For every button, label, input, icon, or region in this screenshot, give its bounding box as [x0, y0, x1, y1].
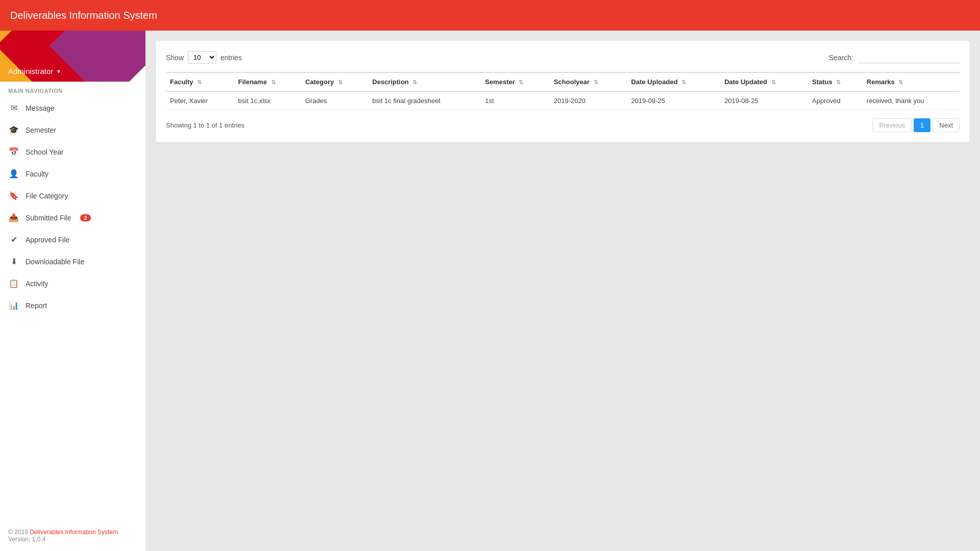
sort-icon: ⇅ — [594, 79, 598, 85]
body-area: Administrator ▾ MAIN NAVIGATION ✉ Messag… — [0, 31, 980, 551]
sort-icon: ⇅ — [836, 79, 841, 85]
col-semester[interactable]: Semester ⇅ — [481, 72, 550, 91]
show-entries-right: Search: — [829, 52, 960, 63]
app-name-link[interactable]: Deliverables Information System — [30, 529, 118, 536]
sidebar-item-downloadable-file[interactable]: ⬇ Downloadable File — [0, 251, 145, 272]
col-date-uploaded[interactable]: Date Uploaded ⇅ — [627, 72, 721, 91]
sidebar-item-label: Report — [26, 302, 47, 310]
sidebar-footer: © 2019 Deliverables Information System. … — [0, 520, 145, 551]
sort-icon: ⇅ — [898, 79, 903, 85]
app-title: Deliverables Information System — [10, 10, 157, 21]
check-icon: ✔ — [8, 235, 19, 244]
calendar-icon: 📅 — [8, 147, 19, 157]
sidebar-item-label: Activity — [26, 280, 48, 288]
entries-select[interactable]: 10 25 50 100 — [188, 51, 216, 64]
cell-status: Approved — [808, 91, 863, 110]
sort-icon: ⇅ — [412, 79, 417, 85]
cell-semester: 1st — [481, 91, 550, 110]
version-number: 1.0.4 — [32, 536, 46, 543]
entries-label: entries — [220, 54, 242, 62]
sidebar-item-activity[interactable]: 📋 Activity — [0, 272, 145, 294]
bookmark-icon: 🔖 — [8, 191, 19, 201]
previous-button[interactable]: Previous — [872, 118, 912, 132]
col-date-updated[interactable]: Date Updated ⇅ — [720, 72, 808, 91]
chart-icon: 📊 — [8, 300, 19, 310]
col-faculty[interactable]: Faculty ⇅ — [166, 72, 234, 91]
sort-icon: ⇅ — [197, 79, 202, 85]
col-status[interactable]: Status ⇅ — [808, 72, 863, 91]
cell-filename: bsit 1c.xlsx — [234, 91, 301, 110]
content-card: Show 10 25 50 100 entries Search: — [156, 41, 970, 142]
show-entries-left: Show 10 25 50 100 entries — [166, 51, 242, 64]
pagination-controls: Previous 1 Next — [872, 118, 960, 132]
search-label: Search: — [829, 54, 853, 62]
sidebar-item-semester[interactable]: 🎓 Semester — [0, 119, 145, 141]
clipboard-icon: 📋 — [8, 279, 19, 288]
cell-category: Grades — [301, 91, 368, 110]
sidebar-user-header: Administrator ▾ — [0, 31, 145, 82]
search-input[interactable] — [857, 52, 960, 63]
sort-icon: ⇅ — [681, 79, 686, 85]
period: . — [118, 529, 119, 536]
page-1-button[interactable]: 1 — [914, 118, 930, 132]
next-button[interactable]: Next — [933, 118, 960, 132]
upload-icon: 📤 — [8, 213, 19, 222]
sidebar-item-label: File Category — [26, 192, 68, 200]
user-name: Administrator — [8, 67, 53, 76]
sidebar: Administrator ▾ MAIN NAVIGATION ✉ Messag… — [0, 31, 145, 551]
table-head: Faculty ⇅ Filename ⇅ Category ⇅ Descri — [166, 72, 960, 91]
table-row: Peter, Xavierbsit 1c.xlsxGradesbsit 1c f… — [166, 91, 960, 110]
sidebar-item-label: Downloadable File — [26, 258, 84, 266]
top-header: Deliverables Information System — [0, 0, 980, 31]
person-icon: 👤 — [8, 169, 19, 179]
copyright-text: © 2019 — [8, 529, 30, 536]
cell-description: bsit 1c final gradesheet — [368, 91, 481, 110]
sidebar-item-label: Semester — [26, 126, 56, 134]
sidebar-item-label: Submitted File — [26, 214, 71, 222]
sidebar-item-label: School Year — [26, 148, 64, 156]
cell-remarks: received, thank you — [863, 91, 960, 110]
col-description[interactable]: Description ⇅ — [368, 72, 481, 91]
sidebar-item-label: Message — [26, 104, 55, 112]
chevron-down-icon: ▾ — [57, 68, 60, 75]
sort-icon: ⇅ — [519, 79, 523, 85]
sidebar-item-approved-file[interactable]: ✔ Approved File — [0, 229, 145, 251]
sort-icon: ⇅ — [338, 79, 342, 85]
sort-icon: ⇅ — [271, 79, 276, 85]
sort-icon: ⇅ — [771, 79, 776, 85]
show-label: Show — [166, 54, 184, 62]
download-icon: ⬇ — [8, 257, 19, 266]
sidebar-item-submitted-file[interactable]: 📤 Submitted File 2 — [0, 207, 145, 229]
version-label: Version: — [8, 536, 32, 543]
col-schoolyear[interactable]: Schoolyear ⇅ — [550, 72, 627, 91]
col-category[interactable]: Category ⇅ — [301, 72, 368, 91]
cell-date_updated: 2019-08-25 — [720, 91, 808, 110]
table-body: Peter, Xavierbsit 1c.xlsxGradesbsit 1c f… — [166, 91, 960, 110]
graduation-icon: 🎓 — [8, 125, 19, 135]
submitted-file-badge: 2 — [80, 214, 90, 221]
cell-schoolyear: 2019-2020 — [550, 91, 627, 110]
pagination-bar: Showing 1 to 1 of 1 entries Previous 1 N… — [166, 118, 960, 132]
sidebar-item-faculty[interactable]: 👤 Faculty — [0, 163, 145, 185]
show-entries-bar: Show 10 25 50 100 entries Search: — [166, 51, 960, 64]
sidebar-item-label: Approved File — [26, 236, 69, 244]
showing-text: Showing 1 to 1 of 1 entries — [166, 121, 244, 129]
sidebar-item-file-category[interactable]: 🔖 File Category — [0, 185, 145, 207]
col-remarks[interactable]: Remarks ⇅ — [863, 72, 960, 91]
sidebar-item-school-year[interactable]: 📅 School Year — [0, 141, 145, 163]
sidebar-item-report[interactable]: 📊 Report — [0, 294, 145, 316]
data-table: Faculty ⇅ Filename ⇅ Category ⇅ Descri — [166, 72, 960, 110]
user-label[interactable]: Administrator ▾ — [8, 67, 60, 76]
col-filename[interactable]: Filename ⇅ — [234, 72, 301, 91]
nav-section-label: MAIN NAVIGATION — [0, 82, 145, 97]
message-icon: ✉ — [8, 103, 19, 113]
main-content: Show 10 25 50 100 entries Search: — [145, 31, 980, 551]
sidebar-item-message[interactable]: ✉ Message — [0, 97, 145, 119]
cell-date_uploaded: 2019-08-25 — [627, 91, 721, 110]
sidebar-item-label: Faculty — [26, 170, 48, 178]
cell-faculty: Peter, Xavier — [166, 91, 234, 110]
